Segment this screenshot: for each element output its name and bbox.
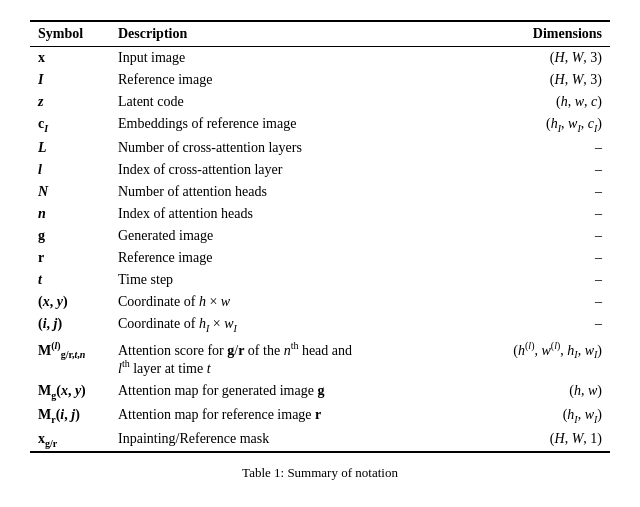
dimensions-cell: –	[370, 181, 610, 203]
description-cell: Attention map for generated image g	[110, 380, 370, 404]
table-row: xg/rInpainting/Reference mask(H, W, 1)	[30, 428, 610, 453]
dimensions-cell: (H, W, 1)	[370, 428, 610, 453]
main-container: Symbol Description Dimensions xInput ima…	[30, 20, 610, 485]
symbol-cell: n	[30, 203, 110, 225]
symbol-cell: M(l)g/r,t,n	[30, 337, 110, 380]
table-row: tTime step–	[30, 269, 610, 291]
description-cell: Inpainting/Reference mask	[110, 428, 370, 453]
dimensions-cell: –	[370, 313, 610, 337]
symbol-cell: N	[30, 181, 110, 203]
table-row: (x, y)Coordinate of h × w–	[30, 291, 610, 313]
dimensions-cell: (H, W, 3)	[370, 69, 610, 91]
table-row: nIndex of attention heads–	[30, 203, 610, 225]
symbol-cell: L	[30, 137, 110, 159]
description-cell: Reference image	[110, 247, 370, 269]
dimensions-cell: –	[370, 291, 610, 313]
table-row: M(l)g/r,t,nAttention score for g/r of th…	[30, 337, 610, 380]
symbol-cell: l	[30, 159, 110, 181]
symbol-cell: Mr(i, j)	[30, 404, 110, 428]
table-row: IReference image(H, W, 3)	[30, 69, 610, 91]
symbol-cell: g	[30, 225, 110, 247]
table-row: lIndex of cross-attention layer–	[30, 159, 610, 181]
description-cell: Coordinate of hI × wI	[110, 313, 370, 337]
description-cell: Index of cross-attention layer	[110, 159, 370, 181]
dimensions-cell: –	[370, 203, 610, 225]
header-symbol: Symbol	[30, 21, 110, 47]
symbol-cell: cI	[30, 113, 110, 137]
description-cell: Coordinate of h × w	[110, 291, 370, 313]
table-row: xInput image(H, W, 3)	[30, 47, 610, 70]
header-dimensions: Dimensions	[370, 21, 610, 47]
table-row: (i, j)Coordinate of hI × wI–	[30, 313, 610, 337]
description-cell: Generated image	[110, 225, 370, 247]
symbol-cell: z	[30, 91, 110, 113]
table-row: NNumber of attention heads–	[30, 181, 610, 203]
table-caption: Table 1: Summary of notation	[30, 452, 610, 485]
dimensions-cell: (h(l), w(l), hI, wI)	[370, 337, 610, 380]
table-row: gGenerated image–	[30, 225, 610, 247]
description-cell: Number of cross-attention layers	[110, 137, 370, 159]
dimensions-cell: –	[370, 159, 610, 181]
symbol-cell: t	[30, 269, 110, 291]
description-cell: Attention map for reference image r	[110, 404, 370, 428]
dimensions-cell: –	[370, 269, 610, 291]
symbol-cell: I	[30, 69, 110, 91]
dimensions-cell: (H, W, 3)	[370, 47, 610, 70]
symbol-cell: r	[30, 247, 110, 269]
description-cell: Attention score for g/r of the nth head …	[110, 337, 370, 380]
dimensions-cell: (h, w)	[370, 380, 610, 404]
symbol-cell: (i, j)	[30, 313, 110, 337]
table-row: Mg(x, y)Attention map for generated imag…	[30, 380, 610, 404]
description-cell: Number of attention heads	[110, 181, 370, 203]
table-row: zLatent code(h, w, c)	[30, 91, 610, 113]
notation-table: Symbol Description Dimensions xInput ima…	[30, 20, 610, 485]
symbol-cell: (x, y)	[30, 291, 110, 313]
description-cell: Index of attention heads	[110, 203, 370, 225]
table-row: cIEmbeddings of reference image(hI, wI, …	[30, 113, 610, 137]
table-row: rReference image–	[30, 247, 610, 269]
description-cell: Reference image	[110, 69, 370, 91]
dimensions-cell: (h, w, c)	[370, 91, 610, 113]
header-description: Description	[110, 21, 370, 47]
description-cell: Input image	[110, 47, 370, 70]
dimensions-cell: –	[370, 137, 610, 159]
symbol-cell: Mg(x, y)	[30, 380, 110, 404]
symbol-cell: xg/r	[30, 428, 110, 453]
dimensions-cell: –	[370, 225, 610, 247]
description-cell: Latent code	[110, 91, 370, 113]
symbol-cell: x	[30, 47, 110, 70]
table-row: LNumber of cross-attention layers–	[30, 137, 610, 159]
dimensions-cell: –	[370, 247, 610, 269]
description-cell: Embeddings of reference image	[110, 113, 370, 137]
dimensions-cell: (hI, wI)	[370, 404, 610, 428]
table-row: Mr(i, j)Attention map for reference imag…	[30, 404, 610, 428]
description-cell: Time step	[110, 269, 370, 291]
dimensions-cell: (hI, wI, cI)	[370, 113, 610, 137]
